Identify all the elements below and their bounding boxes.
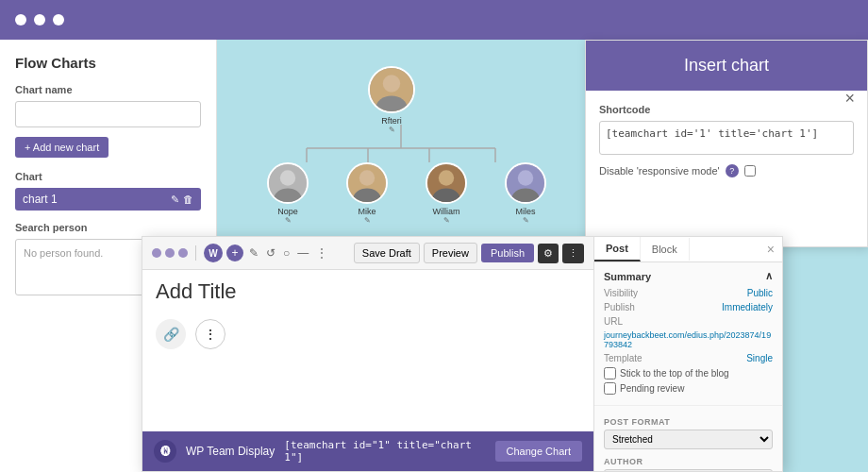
post-format-label: POST FORMAT <box>604 417 773 427</box>
svg-point-13 <box>359 170 375 185</box>
wp-editor-body: Add Title 🔗 ⋮ <box>142 270 593 431</box>
save-draft-button[interactable]: Save Draft <box>354 243 420 263</box>
child-avatar-3 <box>426 162 467 204</box>
child-name-3: William <box>433 207 460 216</box>
chart-item-icons: ✎ 🗑 <box>171 194 193 206</box>
edit-icon[interactable]: ✎ <box>247 244 260 261</box>
chart-label: Chart <box>15 171 201 182</box>
wp-dot-3 <box>178 248 188 258</box>
edit-icon[interactable]: ✎ <box>171 194 179 206</box>
publish-key: Publish <box>604 302 635 312</box>
publish-button[interactable]: Publish <box>481 244 534 262</box>
child-avatar-4 <box>505 162 546 204</box>
wp-editor-main: W + ✎ ↺ ○ — ⋮ Save Draft Preview Publish… <box>142 237 593 471</box>
chart-name-label: Chart name <box>15 84 201 95</box>
visibility-val[interactable]: Public <box>747 288 773 298</box>
publish-val[interactable]: Immediately <box>722 302 773 312</box>
preview-button[interactable]: Preview <box>424 243 477 263</box>
url-row: URL <box>604 316 773 327</box>
tab-block[interactable]: Block <box>641 238 690 261</box>
org-child-3: William ✎ <box>413 162 479 225</box>
root-edit-icon[interactable]: ✎ <box>389 126 395 134</box>
add-block-icon[interactable]: + <box>226 244 243 261</box>
child-edit-4[interactable]: ✎ <box>523 216 529 225</box>
toolbar-sep-1 <box>195 245 196 261</box>
post-format-select[interactable]: Stretched <box>604 430 773 449</box>
svg-point-19 <box>518 170 533 185</box>
chart-item-name: chart 1 <box>23 193 58 206</box>
summary-title: Summary ∧ <box>604 270 773 282</box>
wp-block-area: 🔗 ⋮ <box>156 313 580 355</box>
author-select[interactable]: content <box>604 469 773 471</box>
undo-icon[interactable]: ↺ <box>264 244 277 261</box>
more-icon[interactable]: ⋮ <box>314 244 329 261</box>
title-bar-dot-2 <box>34 14 45 25</box>
shortcode-label: Shortcode <box>599 104 854 115</box>
no-person-text: No person found. <box>24 247 103 259</box>
block-more-icon[interactable]: ⋮ <box>195 319 225 349</box>
chart-item[interactable]: chart 1 ✎ 🗑 <box>15 188 201 211</box>
wp-shortcode-bar: 🅦 WP Team Display [teamchart id="1" titl… <box>142 431 593 471</box>
pending-review-row: Pending review <box>604 382 773 395</box>
url-val[interactable]: journeybackbeet.com/edius.php/2023874/19… <box>604 330 773 349</box>
plugin-icon: 🅦 <box>154 440 176 463</box>
responsive-label: Disable 'responsive mode' <box>599 165 720 177</box>
search-person-label: Search person <box>15 222 201 233</box>
sidebar-title: Flow Charts <box>15 55 201 71</box>
root-avatar <box>368 66 415 113</box>
insert-panel-header: Insert chart <box>586 41 867 91</box>
close-button[interactable]: × <box>844 89 855 109</box>
chart-name-input[interactable] <box>15 101 201 127</box>
wp-editor: W + ✎ ↺ ○ — ⋮ Save Draft Preview Publish… <box>142 236 783 472</box>
wp-logo-icon: W <box>204 244 223 262</box>
responsive-checkbox[interactable] <box>744 165 756 177</box>
svg-point-7 <box>383 75 400 92</box>
pending-review-checkbox[interactable] <box>604 382 616 395</box>
child-name-1: Nope <box>277 207 298 216</box>
wp-title[interactable]: Add Title <box>156 279 580 304</box>
shortcode-display: [teamchart id="1" title="chart 1"] <box>284 439 485 464</box>
wp-dot-2 <box>165 248 175 258</box>
svg-point-16 <box>439 170 454 185</box>
child-edit-1[interactable]: ✎ <box>285 216 292 225</box>
minus-icon[interactable]: — <box>295 244 310 261</box>
circle-icon[interactable]: ○ <box>281 244 292 261</box>
more-options-button[interactable]: ⋮ <box>562 244 584 263</box>
pending-review-label: Pending review <box>620 383 684 394</box>
svg-point-10 <box>280 170 295 185</box>
author-label: AUTHOR <box>604 457 773 466</box>
plugin-label: WP Team Display <box>186 445 275 458</box>
org-child-2: Mike ✎ <box>334 162 400 225</box>
insert-panel-body: Shortcode [teamchart id='1' title='chart… <box>586 91 867 191</box>
publish-row: Publish Immediately <box>604 302 773 312</box>
child-avatar-2 <box>346 162 388 204</box>
visibility-key: Visibility <box>604 288 638 298</box>
wp-dot-1 <box>152 248 161 258</box>
title-bar-dot-3 <box>53 14 64 25</box>
stick-top-label: Stick to the top of the blog <box>620 368 729 379</box>
post-format-section: POST FORMAT Stretched AUTHOR content Mov… <box>594 406 782 471</box>
insert-panel: Insert chart Shortcode [teamchart id='1'… <box>585 40 868 247</box>
sidebar-summary: Summary ∧ Visibility Public Publish Imme… <box>594 262 782 406</box>
sidebar-close-icon[interactable]: × <box>760 238 782 261</box>
change-chart-button[interactable]: Change Chart <box>495 441 583 462</box>
block-icon-circle[interactable]: 🔗 <box>156 319 186 349</box>
org-child-1: Nope ✎ <box>255 162 321 225</box>
responsive-row: Disable 'responsive mode' ? <box>599 164 854 177</box>
org-child-4: Miles ✎ <box>492 162 559 225</box>
child-name-4: Miles <box>515 207 535 216</box>
wp-right-sidebar: Post Block × Summary ∧ Visibility Public… <box>593 237 782 471</box>
settings-button[interactable]: ⚙ <box>538 244 559 263</box>
delete-icon[interactable]: 🗑 <box>183 194 193 206</box>
child-avatar-1 <box>267 162 309 204</box>
child-edit-2[interactable]: ✎ <box>364 216 371 225</box>
org-children-row: Nope ✎ Mike ✎ <box>255 162 576 225</box>
child-name-2: Mike <box>358 207 376 216</box>
url-key: URL <box>604 316 623 327</box>
question-icon: ? <box>726 164 739 177</box>
tab-post[interactable]: Post <box>594 237 641 261</box>
add-chart-button[interactable]: + Add new chart <box>15 137 108 158</box>
shortcode-value: [teamchart id='1' title='chart 1'] <box>599 121 854 155</box>
stick-top-checkbox[interactable] <box>604 367 616 379</box>
child-edit-3[interactable]: ✎ <box>443 216 450 225</box>
